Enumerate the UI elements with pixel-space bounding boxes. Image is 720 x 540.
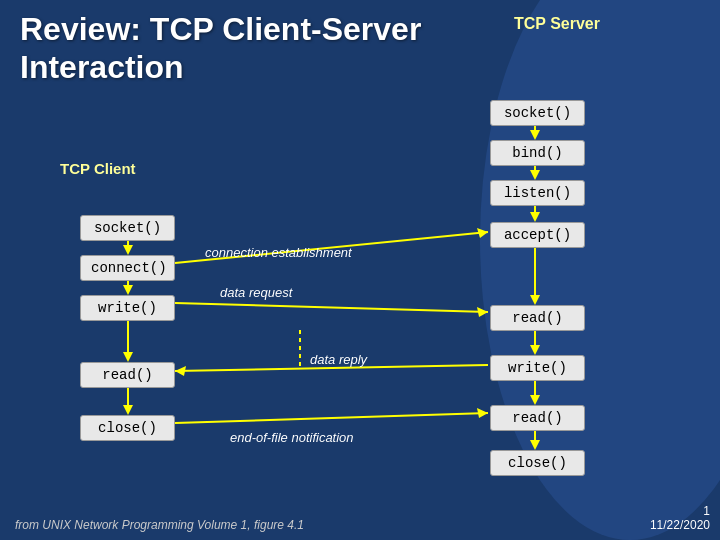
title-line2: Interaction	[20, 49, 184, 85]
server-read1-box: read()	[490, 305, 585, 331]
client-close-box: close()	[80, 415, 175, 441]
svg-marker-15	[123, 245, 133, 255]
date-label: 11/22/2020	[650, 518, 710, 532]
server-read2-box: read()	[490, 405, 585, 431]
page-title: Review: TCP Client-Server Interaction	[20, 10, 421, 87]
client-read-box: read()	[80, 362, 175, 388]
server-close-box: close()	[490, 450, 585, 476]
svg-marker-21	[123, 405, 133, 415]
svg-marker-17	[123, 285, 133, 295]
client-socket-box: socket()	[80, 215, 175, 241]
server-label: TCP Server	[514, 15, 600, 33]
connection-establishment-label: connection establishment	[205, 245, 352, 260]
title-line1: Review: TCP Client-Server	[20, 11, 421, 47]
svg-line-24	[175, 303, 488, 312]
client-label: TCP Client	[60, 160, 136, 177]
svg-marker-30	[477, 408, 488, 418]
svg-marker-19	[123, 352, 133, 362]
server-socket-box: socket()	[490, 100, 585, 126]
server-accept-box: accept()	[490, 222, 585, 248]
data-request-label: data request	[220, 285, 292, 300]
svg-line-29	[175, 413, 488, 423]
server-bind-box: bind()	[490, 140, 585, 166]
footer-date: 1 11/22/2020	[650, 504, 710, 532]
end-of-file-label: end-of-file notification	[230, 430, 354, 445]
page-number: 1	[650, 504, 710, 518]
client-write-box: write()	[80, 295, 175, 321]
title-area: Review: TCP Client-Server Interaction	[20, 10, 421, 87]
svg-marker-28	[175, 366, 186, 376]
data-reply-label: data reply	[310, 352, 367, 367]
server-write-box: write()	[490, 355, 585, 381]
footer-reference: from UNIX Network Programming Volume 1, …	[15, 518, 304, 532]
client-connect-box: connect()	[80, 255, 175, 281]
server-listen-box: listen()	[490, 180, 585, 206]
